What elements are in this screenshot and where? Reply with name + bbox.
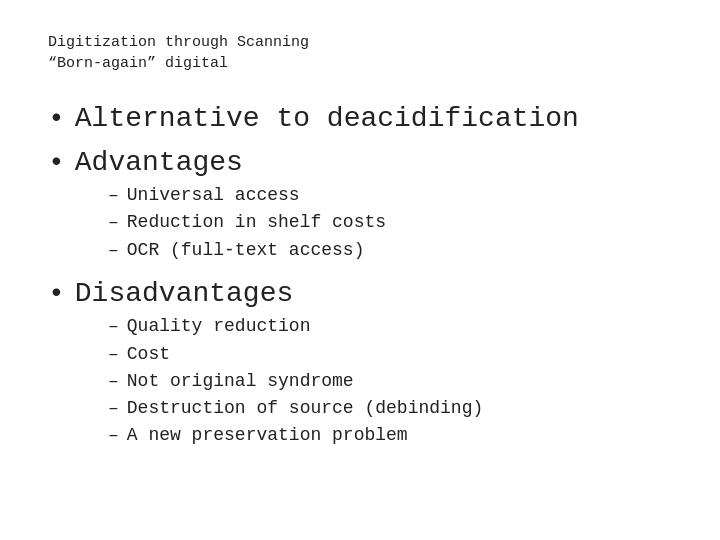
sub-item-not-original: – Not original syndrome — [108, 369, 672, 394]
slide-title: Digitization through Scanning “Born-agai… — [48, 32, 672, 74]
sub-item-quality-reduction: – Quality reduction — [108, 314, 672, 339]
bullet-dot-3: • — [48, 277, 65, 311]
sub-item-ocr: – OCR (full-text access) — [108, 238, 672, 263]
sub-label-shelf-costs: Reduction in shelf costs — [127, 210, 386, 235]
bullet-disadvantages: • Disadvantages – Quality reduction – Co… — [48, 277, 672, 453]
sub-label-preservation-problem: A new preservation problem — [127, 423, 408, 448]
bullet-advantages: • Advantages – Universal access – Reduct… — [48, 146, 672, 267]
dash-6: – — [108, 369, 119, 394]
sub-item-universal-access: – Universal access — [108, 183, 672, 208]
sub-item-cost: – Cost — [108, 342, 672, 367]
title-line2: “Born-again” digital — [48, 55, 228, 72]
dash-8: – — [108, 423, 119, 448]
dash-7: – — [108, 396, 119, 421]
sub-label-universal-access: Universal access — [127, 183, 300, 208]
dash-3: – — [108, 238, 119, 263]
sub-label-destruction: Destruction of source (debinding) — [127, 396, 483, 421]
title-line1: Digitization through Scanning — [48, 34, 309, 51]
bullet-dot-1: • — [48, 102, 65, 136]
sub-item-destruction: – Destruction of source (debinding) — [108, 396, 672, 421]
sub-label-cost: Cost — [127, 342, 170, 367]
disadvantages-sub-list: – Quality reduction – Cost – Not origina… — [108, 314, 672, 448]
sub-item-shelf-costs: – Reduction in shelf costs — [108, 210, 672, 235]
sub-item-preservation-problem: – A new preservation problem — [108, 423, 672, 448]
bullet-label-disadvantages: Disadvantages — [75, 277, 293, 311]
bullet-label-advantages: Advantages — [75, 146, 243, 180]
dash-4: – — [108, 314, 119, 339]
bullet-dot-2: • — [48, 146, 65, 180]
dash-1: – — [108, 183, 119, 208]
advantages-sub-list: – Universal access – Reduction in shelf … — [108, 183, 672, 263]
sub-label-not-original: Not original syndrome — [127, 369, 354, 394]
bullet-label-alternative: Alternative to deacidification — [75, 102, 579, 136]
dash-5: – — [108, 342, 119, 367]
bullet-alternative: • Alternative to deacidification — [48, 102, 672, 136]
main-bullet-list: • Alternative to deacidification • Advan… — [48, 102, 672, 452]
slide: Digitization through Scanning “Born-agai… — [0, 0, 720, 540]
sub-label-quality-reduction: Quality reduction — [127, 314, 311, 339]
dash-2: – — [108, 210, 119, 235]
sub-label-ocr: OCR (full-text access) — [127, 238, 365, 263]
